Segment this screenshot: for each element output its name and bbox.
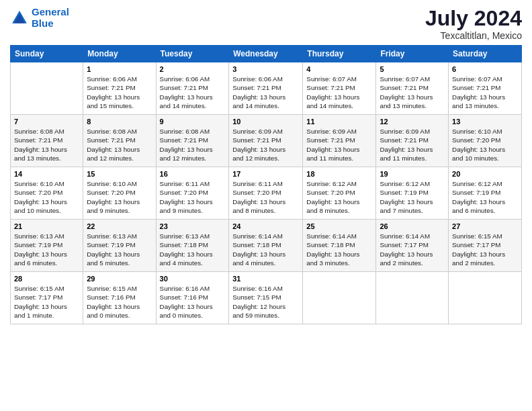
day-number: 21	[14, 222, 79, 230]
calendar-day-cell: 2Sunrise: 6:06 AMSunset: 7:21 PMDaylight…	[156, 62, 229, 115]
day-info: Sunrise: 6:07 AMSunset: 7:21 PMDaylight:…	[306, 75, 372, 110]
day-info: Sunrise: 6:08 AMSunset: 7:21 PMDaylight:…	[14, 127, 79, 163]
calendar-day-cell: 9Sunrise: 6:08 AMSunset: 7:21 PMDaylight…	[156, 115, 229, 167]
calendar-day-cell: 17Sunrise: 6:11 AMSunset: 7:20 PMDayligh…	[229, 167, 303, 220]
day-number: 5	[380, 65, 445, 73]
day-info: Sunrise: 6:10 AMSunset: 7:20 PMDaylight:…	[87, 179, 152, 215]
day-number: 25	[306, 222, 372, 230]
day-number: 6	[452, 65, 518, 73]
day-info: Sunrise: 6:06 AMSunset: 7:21 PMDaylight:…	[87, 75, 152, 110]
weekday-header-cell: Wednesday	[229, 46, 303, 62]
calendar-day-cell: 7Sunrise: 6:08 AMSunset: 7:21 PMDaylight…	[11, 115, 83, 167]
day-number: 3	[232, 65, 299, 73]
subtitle: Texcaltitlan, Mexico	[425, 30, 522, 41]
day-info: Sunrise: 6:10 AMSunset: 7:20 PMDaylight:…	[452, 127, 518, 163]
title-block: July 2024 Texcaltitlan, Mexico	[425, 7, 522, 41]
calendar-day-cell: 22Sunrise: 6:13 AMSunset: 7:19 PMDayligh…	[83, 220, 156, 272]
day-info: Sunrise: 6:16 AMSunset: 7:15 PMDaylight:…	[232, 284, 299, 320]
calendar-day-cell: 15Sunrise: 6:10 AMSunset: 7:20 PMDayligh…	[83, 167, 156, 220]
day-info: Sunrise: 6:14 AMSunset: 7:18 PMDaylight:…	[232, 232, 299, 267]
day-number: 26	[380, 222, 445, 230]
day-number: 14	[14, 170, 79, 178]
day-number: 9	[160, 118, 226, 126]
calendar-day-cell	[303, 272, 376, 324]
day-info: Sunrise: 6:15 AMSunset: 7:16 PMDaylight:…	[87, 284, 152, 320]
day-number: 28	[14, 275, 79, 283]
weekday-header-cell: Saturday	[449, 46, 522, 62]
calendar-day-cell: 10Sunrise: 6:09 AMSunset: 7:21 PMDayligh…	[229, 115, 303, 167]
weekday-header-cell: Thursday	[303, 46, 376, 62]
calendar-day-cell: 27Sunrise: 6:15 AMSunset: 7:17 PMDayligh…	[449, 220, 522, 272]
calendar-week-row: 14Sunrise: 6:10 AMSunset: 7:20 PMDayligh…	[11, 167, 522, 220]
day-info: Sunrise: 6:09 AMSunset: 7:21 PMDaylight:…	[380, 127, 445, 163]
day-number: 11	[306, 118, 372, 126]
calendar-week-row: 7Sunrise: 6:08 AMSunset: 7:21 PMDaylight…	[11, 115, 522, 167]
day-info: Sunrise: 6:16 AMSunset: 7:16 PMDaylight:…	[160, 284, 226, 320]
day-number: 12	[380, 118, 445, 126]
day-number: 27	[452, 222, 518, 230]
calendar-day-cell: 31Sunrise: 6:16 AMSunset: 7:15 PMDayligh…	[229, 272, 303, 324]
day-number: 7	[14, 118, 79, 126]
weekday-header-cell: Monday	[83, 46, 156, 62]
calendar-day-cell: 11Sunrise: 6:09 AMSunset: 7:21 PMDayligh…	[303, 115, 376, 167]
day-info: Sunrise: 6:13 AMSunset: 7:19 PMDaylight:…	[87, 232, 152, 267]
calendar-day-cell: 1Sunrise: 6:06 AMSunset: 7:21 PMDaylight…	[83, 62, 156, 115]
calendar-day-cell: 16Sunrise: 6:11 AMSunset: 7:20 PMDayligh…	[156, 167, 229, 220]
calendar-day-cell: 5Sunrise: 6:07 AMSunset: 7:21 PMDaylight…	[376, 62, 449, 115]
day-info: Sunrise: 6:15 AMSunset: 7:17 PMDaylight:…	[14, 284, 79, 320]
logo-text: General Blue	[32, 7, 69, 29]
calendar-day-cell: 24Sunrise: 6:14 AMSunset: 7:18 PMDayligh…	[229, 220, 303, 272]
calendar-body: 1Sunrise: 6:06 AMSunset: 7:21 PMDaylight…	[11, 62, 522, 324]
calendar-day-cell: 20Sunrise: 6:12 AMSunset: 7:19 PMDayligh…	[449, 167, 522, 220]
day-number: 13	[452, 118, 518, 126]
calendar-day-cell: 23Sunrise: 6:13 AMSunset: 7:18 PMDayligh…	[156, 220, 229, 272]
day-number: 19	[380, 170, 445, 178]
logo-line1: General	[32, 6, 69, 17]
calendar-week-row: 1Sunrise: 6:06 AMSunset: 7:21 PMDaylight…	[11, 62, 522, 115]
calendar-day-cell	[376, 272, 449, 324]
day-number: 15	[87, 170, 152, 178]
logo-line2: Blue	[32, 17, 54, 29]
day-info: Sunrise: 6:09 AMSunset: 7:21 PMDaylight:…	[232, 127, 299, 163]
day-info: Sunrise: 6:15 AMSunset: 7:17 PMDaylight:…	[452, 232, 518, 267]
day-info: Sunrise: 6:07 AMSunset: 7:21 PMDaylight:…	[452, 75, 518, 110]
main-title: July 2024	[425, 7, 522, 30]
day-number: 1	[87, 65, 152, 73]
day-number: 18	[306, 170, 372, 178]
weekday-header-cell: Sunday	[11, 46, 83, 62]
day-number: 17	[232, 170, 299, 178]
day-info: Sunrise: 6:12 AMSunset: 7:20 PMDaylight:…	[306, 179, 372, 215]
day-info: Sunrise: 6:13 AMSunset: 7:19 PMDaylight:…	[14, 232, 79, 267]
day-number: 16	[160, 170, 226, 178]
day-number: 24	[232, 222, 299, 230]
weekday-header-cell: Tuesday	[156, 46, 229, 62]
calendar-day-cell: 19Sunrise: 6:12 AMSunset: 7:19 PMDayligh…	[376, 167, 449, 220]
day-info: Sunrise: 6:06 AMSunset: 7:21 PMDaylight:…	[232, 75, 299, 110]
calendar-day-cell: 4Sunrise: 6:07 AMSunset: 7:21 PMDaylight…	[303, 62, 376, 115]
calendar-day-cell: 28Sunrise: 6:15 AMSunset: 7:17 PMDayligh…	[11, 272, 83, 324]
calendar-week-row: 21Sunrise: 6:13 AMSunset: 7:19 PMDayligh…	[11, 220, 522, 272]
day-info: Sunrise: 6:12 AMSunset: 7:19 PMDaylight:…	[452, 179, 518, 215]
day-info: Sunrise: 6:12 AMSunset: 7:19 PMDaylight:…	[380, 179, 445, 215]
calendar-day-cell: 12Sunrise: 6:09 AMSunset: 7:21 PMDayligh…	[376, 115, 449, 167]
day-number: 8	[87, 118, 152, 126]
day-number: 20	[452, 170, 518, 178]
day-number: 23	[160, 222, 226, 230]
calendar-week-row: 28Sunrise: 6:15 AMSunset: 7:17 PMDayligh…	[11, 272, 522, 324]
day-info: Sunrise: 6:11 AMSunset: 7:20 PMDaylight:…	[232, 179, 299, 215]
day-number: 10	[232, 118, 299, 126]
day-number: 4	[306, 65, 372, 73]
page-container: General Blue July 2024 Texcaltitlan, Mex…	[0, 0, 532, 331]
day-number: 22	[87, 222, 152, 230]
calendar-day-cell: 30Sunrise: 6:16 AMSunset: 7:16 PMDayligh…	[156, 272, 229, 324]
calendar-day-cell: 26Sunrise: 6:14 AMSunset: 7:17 PMDayligh…	[376, 220, 449, 272]
weekday-header-row: SundayMondayTuesdayWednesdayThursdayFrid…	[11, 46, 522, 62]
calendar-day-cell	[449, 272, 522, 324]
day-info: Sunrise: 6:08 AMSunset: 7:21 PMDaylight:…	[87, 127, 152, 163]
calendar-day-cell: 8Sunrise: 6:08 AMSunset: 7:21 PMDaylight…	[83, 115, 156, 167]
day-info: Sunrise: 6:14 AMSunset: 7:17 PMDaylight:…	[380, 232, 445, 267]
day-info: Sunrise: 6:10 AMSunset: 7:20 PMDaylight:…	[14, 179, 79, 215]
calendar-day-cell: 18Sunrise: 6:12 AMSunset: 7:20 PMDayligh…	[303, 167, 376, 220]
calendar-day-cell: 13Sunrise: 6:10 AMSunset: 7:20 PMDayligh…	[449, 115, 522, 167]
day-info: Sunrise: 6:09 AMSunset: 7:21 PMDaylight:…	[306, 127, 372, 163]
